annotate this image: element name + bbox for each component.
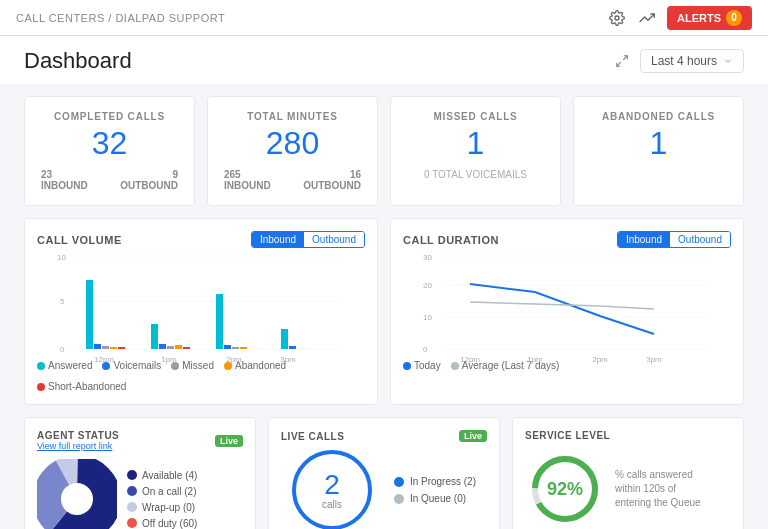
agent-legend: Available (4) On a call (2) Wrap-up (0) … [127,470,197,529]
svg-text:30: 30 [423,253,432,262]
call-volume-svg: 0 5 10 [37,254,365,354]
agent-status-title: AGENT STATUS [37,430,119,441]
svg-rect-9 [86,280,93,349]
legend-today: Today [403,360,441,371]
charts-row: CALL VOLUME Inbound Outbound 0 5 10 [24,218,744,405]
stat-card-minutes: TOTAL MINUTES 280 265 INBOUND 16 OUTBOUN… [207,96,378,206]
svg-rect-24 [289,346,296,349]
completed-calls-title: COMPLETED CALLS [41,111,178,122]
legend-missed: Missed [171,360,214,371]
live-calls-header: LIVE CALLS Live [281,430,487,442]
svg-text:3pm: 3pm [646,355,662,364]
agent-status-view-link[interactable]: View full report link [37,441,119,451]
completed-outbound-label: OUTBOUND [120,180,178,191]
live-calls-unit: calls [322,499,342,510]
time-filter[interactable]: Last 4 hours [640,49,744,73]
live-calls-body: 2 calls In Progress (2) In Queue (0) [281,450,487,529]
missed-voicemail-num: 0 [424,169,430,180]
stat-card-completed: COMPLETED CALLS 32 23 INBOUND 9 OUTBOUND [24,96,195,206]
topnav: CALL CENTERS / DIALPAD SUPPORT ALERTS 0 [0,0,768,36]
time-filter-label: Last 4 hours [651,54,717,68]
svg-rect-13 [118,347,125,349]
call-volume-toggle[interactable]: Inbound Outbound [251,231,365,248]
live-calls-badge: Live [459,430,487,442]
svg-rect-18 [183,347,190,349]
call-volume-card: CALL VOLUME Inbound Outbound 0 5 10 [24,218,378,405]
svg-text:20: 20 [423,281,432,290]
agent-status-card: AGENT STATUS View full report link Live … [24,417,256,529]
agent-status-body: 31.1% 60.7% Available (4) On a call (2) [37,459,243,529]
abandoned-calls-value: 1 [590,126,727,161]
call-duration-legend: Today Average (Last 7 days) [403,360,731,371]
svg-line-2 [617,62,621,66]
service-gauge: 92% [525,449,605,529]
svg-text:1pm: 1pm [527,355,543,364]
in-progress-item: In Progress (2) [394,476,476,487]
svg-rect-15 [159,344,166,349]
svg-rect-21 [232,347,239,349]
completed-inbound-num: 23 [41,169,88,180]
svg-text:10: 10 [57,253,66,262]
svg-text:0: 0 [60,345,65,354]
agent-status-header: AGENT STATUS View full report link Live [37,430,243,451]
call-duration-inbound-btn[interactable]: Inbound [618,232,670,247]
call-volume-header: CALL VOLUME Inbound Outbound [37,231,365,248]
svg-text:3pm: 3pm [280,355,296,364]
minutes-inbound-num: 265 [224,169,271,180]
call-duration-toggle[interactable]: Inbound Outbound [617,231,731,248]
agent-legend-oncall: On a call (2) [127,486,197,497]
missed-calls-value: 1 [407,126,544,161]
svg-point-0 [615,16,619,20]
svg-rect-16 [167,346,174,349]
call-volume-inbound-btn[interactable]: Inbound [252,232,304,247]
topnav-right: ALERTS 0 [607,6,752,30]
live-calls-title: LIVE CALLS [281,431,344,442]
completed-calls-sub: 23 INBOUND 9 OUTBOUND [41,169,178,191]
svg-rect-14 [151,324,158,349]
missed-calls-title: MISSED CALLS [407,111,544,122]
completed-outbound-num: 9 [120,169,178,180]
call-duration-card: CALL DURATION Inbound Outbound 0 10 20 3… [390,218,744,405]
in-queue-dot [394,494,404,504]
live-calls-card: LIVE CALLS Live 2 calls In Progress (2) … [268,417,500,529]
call-duration-outbound-btn[interactable]: Outbound [670,232,730,247]
svg-text:12pm: 12pm [460,355,480,364]
agent-status-live-badge: Live [215,435,243,447]
stat-card-abandoned: ABANDONED CALLS 1 [573,96,744,206]
legend-short-abandoned: Short-Abandoned [37,381,126,392]
completed-inbound-label: INBOUND [41,180,88,191]
svg-rect-20 [224,345,231,349]
live-calls-circle: 2 calls [292,450,372,529]
svg-text:1pm: 1pm [161,355,177,364]
svg-text:31.1%: 31.1% [67,489,87,496]
live-calls-legend: In Progress (2) In Queue (0) [394,476,476,504]
call-volume-outbound-btn[interactable]: Outbound [304,232,364,247]
page-header: Dashboard Last 4 hours [0,36,768,84]
expand-icon[interactable] [612,51,632,71]
breadcrumb: CALL CENTERS / DIALPAD SUPPORT [16,12,225,24]
completed-calls-value: 32 [41,126,178,161]
main-content: COMPLETED CALLS 32 23 INBOUND 9 OUTBOUND… [0,84,768,529]
svg-text:60.7%: 60.7% [67,501,87,508]
svg-line-1 [623,56,627,60]
missed-calls-sub: 0 TOTAL VOICEMAILS [407,169,544,180]
svg-text:0: 0 [423,345,428,354]
svg-rect-19 [216,294,223,349]
service-gauge-pct: 92% [547,479,583,500]
call-duration-header: CALL DURATION Inbound Outbound [403,231,731,248]
svg-rect-12 [110,347,117,349]
alerts-badge: 0 [726,10,742,26]
total-minutes-title: TOTAL MINUTES [224,111,361,122]
chevron-down-icon [723,56,733,66]
svg-text:2pm: 2pm [226,355,242,364]
svg-rect-11 [102,346,109,349]
in-progress-dot [394,477,404,487]
settings-icon[interactable] [607,8,627,28]
alerts-button[interactable]: ALERTS 0 [667,6,752,30]
live-calls-count: 2 [324,471,340,499]
call-volume-chart: 0 5 10 [37,254,365,354]
trending-icon[interactable] [637,8,657,28]
agent-pie-chart: 31.1% 60.7% [37,459,117,529]
service-level-card: SERVICE LEVEL 92% % calls answered withi… [512,417,744,529]
service-level-title: SERVICE LEVEL [525,430,610,441]
